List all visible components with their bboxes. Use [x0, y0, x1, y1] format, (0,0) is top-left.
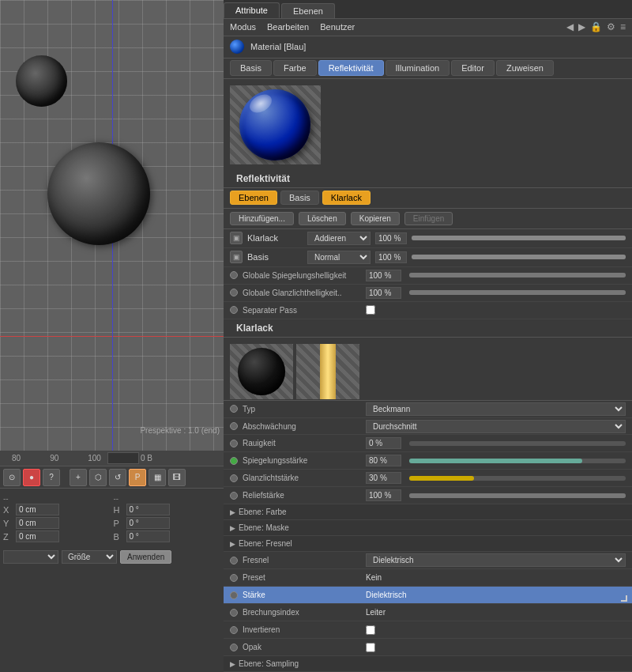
right-panel: Attribute Ebenen Modus Bearbeiten Benutz… [224, 0, 632, 672]
klarlack-blend-dropdown[interactable]: Addieren [307, 232, 371, 245]
starke-value: Dielektrisch [366, 591, 611, 599]
menu-bearbeiten[interactable]: Bearbeiten [267, 22, 309, 32]
menu-modus[interactable]: Modus [230, 22, 256, 32]
tab-zuweisen[interactable]: Zuweisen [496, 60, 554, 76]
viewport[interactable]: Prespektive : 1.0 (end) 80 90 100 0 B ⊙ … [0, 0, 224, 672]
tool-keyframe[interactable]: ⬡ [89, 469, 107, 486]
coord-p-row: P [114, 517, 221, 529]
glanz-strength-slider [409, 476, 626, 481]
arrow-left-icon[interactable]: ◀ [566, 21, 574, 32]
paste-button[interactable]: Einfügen [404, 212, 453, 225]
delete-button[interactable]: Löschen [299, 212, 346, 225]
glanz-strength-input[interactable] [366, 472, 401, 484]
basis-pct-input[interactable] [375, 251, 407, 263]
tick-80: 80 [12, 454, 21, 462]
expand-maske[interactable]: ▶ Ebene: Maske [224, 520, 632, 536]
expand-sampling[interactable]: ▶ Ebene: Sampling [224, 656, 632, 672]
viewport-label: Prespektive : 1.0 (end) [140, 426, 220, 435]
glanz-input[interactable] [366, 287, 401, 299]
separate-pass-row: Separater Pass [224, 302, 632, 319]
expand-maske-arrow: ▶ [230, 524, 235, 532]
spiegelung-strength-input[interactable] [366, 455, 401, 466]
top-tabs: Attribute Ebenen [224, 0, 632, 19]
glanz-label: Globale Glanzlichthelligkeit.. [243, 289, 361, 297]
tool-record-orange[interactable]: P [129, 469, 146, 486]
refl-tab-ebenen[interactable]: Ebenen [230, 191, 277, 205]
settings-icon[interactable]: ⚙ [607, 21, 615, 32]
coord-z-input[interactable] [16, 530, 59, 542]
refl-tab-klarlack[interactable]: Klarlack [322, 191, 371, 205]
arrow-right-icon[interactable]: ▶ [578, 21, 585, 32]
glanz-fill [409, 290, 626, 295]
basis-blend-dropdown[interactable]: Normal [307, 251, 371, 264]
tab-ebenen[interactable]: Ebenen [281, 3, 335, 18]
preset-dot [230, 574, 238, 582]
expand-fresnel[interactable]: ▶ Ebene: Fresnel [224, 536, 632, 552]
spiegelung-strength-fill [409, 459, 582, 463]
tab-attribute[interactable]: Attribute [224, 2, 280, 18]
add-button[interactable]: Hinzufügen... [230, 212, 294, 225]
klarlack-preview [224, 338, 632, 401]
opak-dot [230, 644, 238, 651]
grosse-dropdown[interactable]: Größe [62, 550, 117, 564]
coord-x-input[interactable] [16, 504, 59, 515]
glanz-slider [409, 290, 626, 295]
layer-basis-row: ▣ Basis Normal [224, 248, 632, 267]
abschwachung-dropdown[interactable]: Durchschnitt [366, 420, 626, 433]
apply-button[interactable]: Anwenden [120, 550, 171, 564]
tool-grid[interactable]: ▦ [149, 469, 166, 486]
coord-y-label: Y [3, 519, 13, 528]
relief-label: Reliefstärke [243, 491, 361, 500]
relief-input[interactable] [366, 489, 401, 501]
menu-bar: Modus Bearbeiten Benutzer ◀ ▶ 🔒 ⚙ ≡ [224, 19, 632, 36]
sphere-small [16, 55, 67, 107]
coord-y-input[interactable] [16, 517, 59, 529]
tool-plus[interactable]: + [70, 469, 87, 486]
tab-reflektivitat[interactable]: Reflektivität [318, 60, 384, 76]
tool-magnet[interactable]: ⊙ [3, 469, 21, 486]
tab-illumination[interactable]: Illumination [386, 60, 450, 76]
typ-row: Typ Beckmann [224, 401, 632, 418]
opak-row: Opak [224, 639, 632, 656]
klarlack-header: Klarlack [224, 319, 632, 338]
layer-klarlack-name: Klarlack [247, 233, 303, 243]
refl-tab-basis[interactable]: Basis [280, 191, 319, 205]
opak-checkbox[interactable] [366, 643, 375, 652]
rauigkeit-input[interactable] [366, 437, 401, 449]
tool-record[interactable]: ● [23, 469, 40, 486]
material-name: Material [Blau] [250, 42, 306, 51]
klarlack-pct-input[interactable] [375, 232, 407, 244]
copy-button[interactable]: Kopieren [351, 212, 400, 225]
tool-rotate[interactable]: ↺ [109, 469, 126, 486]
menu-extra-icon[interactable]: ≡ [620, 21, 626, 32]
basis-slider-fill [412, 255, 626, 259]
fresnel-dropdown[interactable]: Dielektrisch [366, 553, 626, 567]
coord-system-dropdown[interactable] [3, 550, 58, 564]
tab-farbe[interactable]: Farbe [273, 60, 317, 76]
tab-editor[interactable]: Editor [451, 60, 495, 76]
global-glanz-row: Globale Glanzlichthelligkeit.. [224, 285, 632, 302]
refl-section-label: Reflektivität [230, 170, 296, 187]
coord-p-input[interactable] [126, 517, 170, 529]
lock-icon[interactable]: 🔒 [590, 21, 602, 32]
coord-p-label: P [114, 519, 123, 528]
glanz-strength-label: Glanzlichtstärke [243, 474, 361, 482]
cursor-area [616, 591, 626, 600]
coord-h-input[interactable] [126, 504, 170, 515]
spiegelung-input[interactable] [366, 270, 401, 281]
tool-film[interactable]: 🎞 [168, 469, 186, 486]
invertieren-checkbox[interactable] [366, 625, 375, 635]
coord-z-row: Z [3, 530, 111, 542]
coords-right: -- H P B [114, 493, 221, 542]
opak-label: Opak [243, 643, 361, 651]
separate-checkbox[interactable] [366, 305, 375, 315]
frame-input[interactable] [107, 452, 139, 464]
typ-dropdown[interactable]: Beckmann [366, 402, 626, 416]
tab-basis[interactable]: Basis [230, 60, 272, 76]
sub-tabs: Basis Farbe Reflektivität Illumination E… [224, 59, 632, 79]
menu-benutzer[interactable]: Benutzer [320, 22, 355, 32]
expand-farbe[interactable]: ▶ Ebene: Farbe [224, 504, 632, 520]
spiegelung-fill [409, 273, 626, 277]
tool-help[interactable]: ? [43, 469, 60, 486]
coord-b-input[interactable] [126, 530, 170, 542]
